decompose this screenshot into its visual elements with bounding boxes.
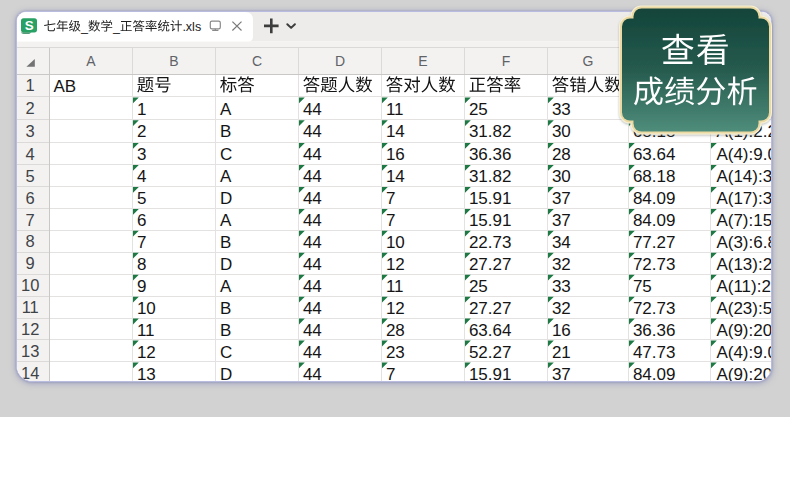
svg-text:9: 9 xyxy=(136,276,145,295)
svg-text:_: _ xyxy=(111,19,120,33)
svg-text:15.91: 15.91 xyxy=(468,210,511,229)
svg-text:A(23):52.27: A(23):52.27 xyxy=(716,298,771,317)
svg-text:6: 6 xyxy=(25,188,34,206)
svg-text:D: D xyxy=(219,254,231,273)
svg-text:12: 12 xyxy=(21,320,39,338)
svg-text:3: 3 xyxy=(136,145,145,164)
svg-text:11: 11 xyxy=(385,99,403,118)
svg-text:B: B xyxy=(219,298,230,317)
svg-text:52.27: 52.27 xyxy=(468,342,511,361)
svg-text:A(11):25: A(11):25 xyxy=(716,276,771,295)
svg-text:8: 8 xyxy=(25,232,34,250)
svg-text:A: A xyxy=(86,53,96,69)
svg-text:A(13):29.55: A(13):29.55 xyxy=(716,254,771,273)
svg-text:12: 12 xyxy=(136,342,155,361)
svg-text:11: 11 xyxy=(136,320,154,339)
svg-text:75: 75 xyxy=(632,276,651,295)
svg-text:44: 44 xyxy=(302,188,321,207)
svg-text:1: 1 xyxy=(25,76,34,94)
svg-text:11: 11 xyxy=(385,276,403,295)
svg-text:27.27: 27.27 xyxy=(468,298,511,317)
svg-text:16: 16 xyxy=(385,145,404,164)
svg-text:36.36: 36.36 xyxy=(632,320,675,339)
svg-text:68.18: 68.18 xyxy=(632,167,675,186)
svg-text:D: D xyxy=(219,188,231,207)
svg-text:A: A xyxy=(219,99,231,118)
svg-text:A(9):20.45: A(9):20.45 xyxy=(716,320,771,339)
svg-text:D: D xyxy=(334,53,344,69)
svg-text:12: 12 xyxy=(385,298,404,317)
svg-text:B: B xyxy=(219,320,230,339)
svg-text:7: 7 xyxy=(385,210,394,229)
svg-text:7: 7 xyxy=(136,232,145,251)
svg-text:A: A xyxy=(219,276,231,295)
svg-text:A(9):20.45: A(9):20.45 xyxy=(716,364,771,381)
svg-text:47.73: 47.73 xyxy=(632,342,675,361)
svg-text:A(3):6.82: A(3):6.82 xyxy=(716,232,771,251)
svg-text:A: A xyxy=(219,210,231,229)
svg-text:84.09: 84.09 xyxy=(632,188,675,207)
svg-text:22.73: 22.73 xyxy=(468,232,511,251)
svg-text:C: C xyxy=(219,145,231,164)
svg-text:B: B xyxy=(219,232,230,251)
svg-text:72.73: 72.73 xyxy=(632,298,675,317)
svg-text:11: 11 xyxy=(21,298,38,316)
svg-text:34: 34 xyxy=(551,232,570,251)
svg-text:33: 33 xyxy=(551,99,570,118)
svg-text:7: 7 xyxy=(25,210,34,228)
svg-text:13: 13 xyxy=(21,342,39,360)
svg-text:14: 14 xyxy=(21,364,39,381)
svg-text:14: 14 xyxy=(385,167,404,186)
svg-text:15.91: 15.91 xyxy=(468,364,511,381)
svg-text:32: 32 xyxy=(551,298,570,317)
svg-text:44: 44 xyxy=(302,298,321,317)
svg-text:4: 4 xyxy=(136,167,145,186)
svg-text:9: 9 xyxy=(25,254,34,272)
svg-text:6: 6 xyxy=(136,210,145,229)
svg-text:44: 44 xyxy=(302,320,321,339)
svg-text:44: 44 xyxy=(302,145,321,164)
svg-text:12: 12 xyxy=(385,254,404,273)
svg-text:7: 7 xyxy=(385,188,394,207)
svg-text:44: 44 xyxy=(302,254,321,273)
svg-text:5: 5 xyxy=(136,188,145,207)
svg-text:37: 37 xyxy=(551,210,570,229)
svg-text:44: 44 xyxy=(302,232,321,251)
svg-text:44: 44 xyxy=(302,364,321,381)
svg-text:C: C xyxy=(251,53,261,69)
svg-text:AB: AB xyxy=(53,76,76,95)
svg-text:23: 23 xyxy=(385,342,404,361)
svg-text:G: G xyxy=(582,53,593,69)
svg-text:B: B xyxy=(169,53,178,69)
svg-text:10: 10 xyxy=(385,232,404,251)
svg-text:2: 2 xyxy=(136,122,145,141)
svg-text:C: C xyxy=(219,342,231,361)
svg-text:13: 13 xyxy=(136,364,155,381)
svg-text:21: 21 xyxy=(551,342,570,361)
svg-text:15.91: 15.91 xyxy=(468,188,511,207)
svg-text:A(7):15.91: A(7):15.91 xyxy=(716,210,771,229)
svg-text:10: 10 xyxy=(136,298,155,317)
svg-text:30: 30 xyxy=(551,122,570,141)
svg-text:A(4):9.09: A(4):9.09 xyxy=(716,342,771,361)
svg-text:A(17):38.64: A(17):38.64 xyxy=(716,188,771,207)
svg-text:28: 28 xyxy=(551,145,570,164)
svg-text:S: S xyxy=(24,18,33,33)
svg-text:32: 32 xyxy=(551,254,570,273)
svg-text:84.09: 84.09 xyxy=(632,210,675,229)
svg-text:F: F xyxy=(501,53,510,69)
svg-text:37: 37 xyxy=(551,188,570,207)
svg-text:25: 25 xyxy=(468,276,487,295)
svg-text:77.27: 77.27 xyxy=(632,232,675,251)
svg-text:2: 2 xyxy=(25,99,34,117)
svg-text:37: 37 xyxy=(551,364,570,381)
svg-text:63.64: 63.64 xyxy=(632,145,675,164)
svg-text:31.82: 31.82 xyxy=(468,167,511,186)
svg-text:10: 10 xyxy=(21,276,39,294)
svg-text:16: 16 xyxy=(551,320,570,339)
svg-text:A: A xyxy=(219,167,231,186)
svg-text:A(14):31.82: A(14):31.82 xyxy=(716,167,771,186)
svg-text:3: 3 xyxy=(25,121,34,139)
svg-text:44: 44 xyxy=(302,276,321,295)
svg-text:44: 44 xyxy=(302,210,321,229)
